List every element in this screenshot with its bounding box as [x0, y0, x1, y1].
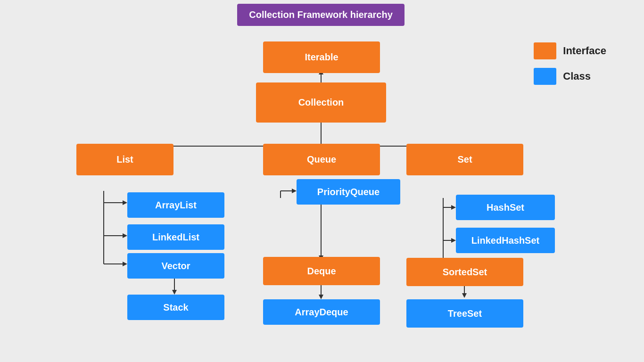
vector-label: Vector	[161, 261, 190, 272]
legend-class-box	[534, 68, 556, 85]
linkedhashset-label: LinkedHashSet	[471, 235, 539, 246]
svg-marker-28	[451, 205, 456, 210]
collection-label: Collection	[298, 97, 344, 108]
legend-class-label: Class	[563, 70, 591, 82]
vector-node: Vector	[127, 253, 224, 279]
treeset-label: TreeSet	[448, 308, 482, 319]
deque-node: Deque	[263, 257, 380, 285]
deque-label: Deque	[307, 266, 336, 277]
title-text: Collection Framework hierarchy	[249, 9, 393, 20]
diagram-container: Collection Framework hierarchy Interface…	[0, 0, 644, 362]
list-node: List	[76, 144, 173, 175]
svg-marker-14	[123, 233, 127, 238]
svg-marker-34	[462, 293, 467, 298]
priorityqueue-node: PriorityQueue	[297, 179, 400, 205]
stack-node: Stack	[127, 295, 224, 320]
svg-marker-21	[292, 189, 297, 193]
legend-interface: Interface	[534, 42, 606, 59]
title-box: Collection Framework hierarchy	[237, 4, 405, 26]
queue-node: Queue	[263, 144, 380, 175]
linkedlist-label: LinkedList	[152, 232, 199, 243]
svg-marker-30	[451, 238, 456, 243]
svg-marker-12	[123, 200, 127, 205]
treeset-node: TreeSet	[406, 299, 523, 328]
legend-class: Class	[534, 68, 606, 85]
arraylist-label: ArrayList	[155, 200, 197, 211]
list-label: List	[116, 154, 133, 165]
iterable-label: Iterable	[305, 52, 338, 63]
arraydeque-label: ArrayDeque	[295, 307, 348, 318]
arraylist-node: ArrayList	[127, 192, 224, 218]
hashset-label: HashSet	[487, 202, 524, 213]
queue-label: Queue	[307, 154, 336, 165]
stack-label: Stack	[163, 302, 188, 313]
svg-marker-25	[319, 295, 323, 299]
legend: Interface Class	[534, 42, 606, 85]
legend-interface-label: Interface	[563, 45, 606, 57]
hashset-node: HashSet	[456, 195, 555, 220]
legend-interface-box	[534, 42, 556, 59]
sortedset-label: SortedSet	[443, 267, 487, 278]
set-label: Set	[457, 154, 472, 165]
priorityqueue-label: PriorityQueue	[317, 187, 380, 197]
svg-marker-16	[123, 262, 127, 266]
linkedhashset-node: LinkedHashSet	[456, 228, 555, 253]
linkedlist-node: LinkedList	[127, 224, 224, 250]
sortedset-node: SortedSet	[406, 258, 523, 286]
set-node: Set	[406, 144, 523, 175]
collection-node: Collection	[256, 82, 386, 123]
svg-marker-18	[172, 290, 177, 295]
arraydeque-node: ArrayDeque	[263, 299, 380, 325]
iterable-node: Iterable	[263, 41, 380, 73]
